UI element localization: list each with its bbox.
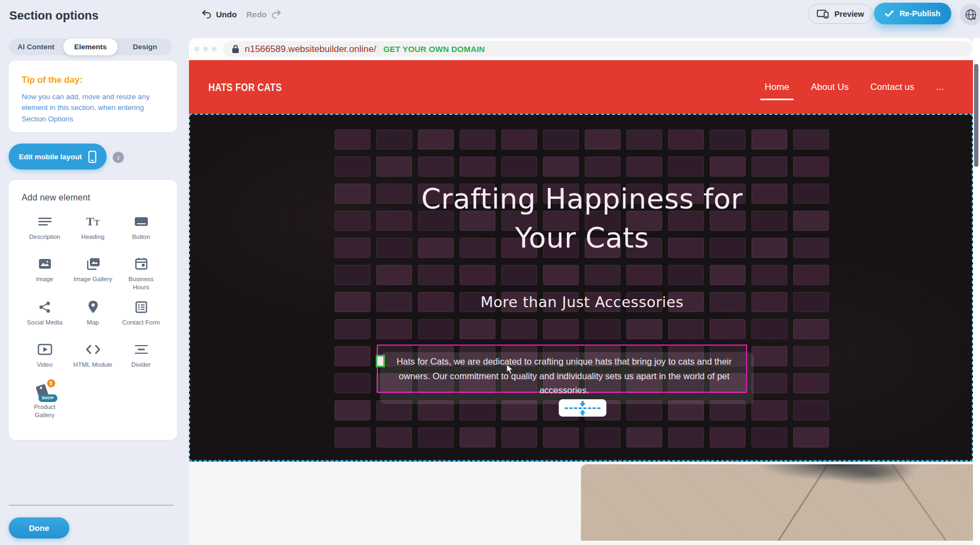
add-element-label: Image Gallery — [74, 275, 113, 283]
undo-icon — [201, 9, 212, 19]
upgrade-badge-icon: ⇧ — [47, 379, 55, 387]
add-element-heading[interactable]: TTHeading — [70, 213, 116, 248]
add-element-label: Divider — [132, 361, 151, 369]
add-element-label: Heading — [81, 233, 104, 241]
add-element-description[interactable]: Description — [22, 213, 68, 248]
get-domain-link[interactable]: GET YOUR OWN DOMAIN — [383, 44, 485, 54]
add-element-label: Video — [37, 361, 53, 369]
tab-ai-content[interactable]: AI Content — [9, 38, 63, 55]
site-nav: HomeAbout UsContact us... — [763, 60, 945, 114]
site-canvas: HATS FOR CATS HomeAbout UsContact us... … — [189, 60, 973, 545]
add-element-label: HTML Module — [74, 361, 113, 369]
add-new-element-card: Add new element DescriptionTTHeadingButt… — [9, 180, 177, 440]
nav-item-contactus[interactable]: Contact us — [870, 79, 916, 96]
divider-icon — [134, 341, 148, 358]
selection-drag-handle[interactable] — [376, 355, 385, 367]
map-icon — [88, 299, 99, 315]
resize-dashed-line — [565, 407, 600, 409]
preview-button[interactable]: Preview — [808, 4, 873, 24]
undo-button[interactable]: Undo — [201, 8, 237, 21]
page-title: Section options — [9, 9, 99, 23]
arrow-down-icon — [579, 401, 586, 407]
heading-icon: TT — [86, 213, 101, 230]
arrow-up-icon — [579, 410, 586, 416]
section-resize-handle[interactable] — [559, 399, 606, 417]
website-builder-app: Undo Redo Preview Re-Publish — [0, 0, 980, 545]
text-element-selection[interactable]: Hats for Cats, we are dedicated to craft… — [377, 345, 747, 393]
image-icon — [38, 256, 52, 272]
redo-button[interactable]: Redo — [246, 8, 282, 21]
image-gallery-icon — [86, 256, 101, 272]
scrollbar-thumb[interactable] — [974, 64, 978, 167]
mobile-phone-icon — [88, 151, 96, 163]
check-icon — [885, 10, 894, 17]
browser-chrome: n1566589.websitebuilder.online/ GET YOUR… — [189, 38, 973, 60]
tip-card: Tip of the day: Now you can add, move an… — [9, 61, 177, 132]
nav-item-aboutus[interactable]: About Us — [810, 79, 850, 96]
tip-body: Now you can add, move and resize any ele… — [22, 92, 161, 125]
add-element-social-media[interactable]: Social Media — [22, 299, 68, 334]
add-element-label: Image — [36, 275, 54, 283]
add-element-button[interactable]: Button — [118, 213, 164, 248]
add-element-product-gallery[interactable]: ⇧SHOPProduct Gallery — [22, 384, 68, 419]
add-element-label: Description — [29, 233, 61, 241]
description-icon — [38, 213, 52, 230]
add-new-element-title: Add new element — [22, 193, 164, 203]
add-element-divider[interactable]: Divider — [118, 341, 164, 376]
globe-button[interactable] — [960, 4, 980, 25]
elements-grid: DescriptionTTHeadingButtonImageImage Gal… — [22, 213, 164, 419]
add-element-html-module[interactable]: HTML Module — [70, 341, 116, 376]
svg-text:T: T — [94, 218, 100, 227]
site-logo[interactable]: HATS FOR CATS — [208, 81, 282, 94]
republish-label: Re-Publish — [899, 9, 940, 18]
html-module-icon — [86, 341, 101, 358]
add-element-label: Map — [87, 319, 99, 327]
svg-text:T: T — [86, 215, 94, 228]
add-element-label: Button — [132, 233, 150, 241]
social-media-icon — [38, 299, 51, 315]
address-bar[interactable]: n1566589.websitebuilder.online/ GET YOUR… — [223, 41, 972, 57]
edit-mobile-layout-label: Edit mobile layout — [19, 153, 82, 161]
devices-icon — [816, 9, 829, 19]
add-element-video[interactable]: Video — [22, 341, 68, 376]
tab-elements[interactable]: Elements — [63, 38, 118, 55]
tab-design[interactable]: Design — [117, 38, 172, 55]
nav-item-[interactable]: ... — [935, 79, 945, 96]
shop-badge: SHOP — [38, 394, 57, 402]
scrollbar[interactable] — [973, 38, 980, 545]
republish-button[interactable]: Re-Publish — [874, 3, 951, 24]
redo-label: Redo — [246, 10, 267, 19]
hero-subheading[interactable]: More than Just Accessories — [403, 294, 761, 310]
panel-divider — [9, 505, 173, 505]
redo-icon — [271, 9, 282, 19]
mouse-cursor — [506, 364, 514, 375]
add-element-business-hours[interactable]: Business Hours — [118, 256, 164, 291]
product-gallery-icon: ⇧SHOP — [34, 384, 56, 400]
nav-item-home[interactable]: Home — [763, 79, 790, 96]
tip-title: Tip of the day: — [22, 75, 164, 85]
info-icon[interactable]: i — [113, 152, 124, 163]
undo-label: Undo — [216, 10, 237, 19]
edit-mobile-layout-button[interactable]: Edit mobile layout — [9, 144, 107, 170]
add-element-label: Contact Form — [122, 319, 160, 327]
site-preview-window: n1566589.websitebuilder.online/ GET YOUR… — [189, 38, 973, 545]
add-element-label: Product Gallery — [24, 403, 66, 419]
business-hours-icon — [135, 256, 148, 272]
window-dots — [194, 47, 217, 51]
done-button[interactable]: Done — [9, 517, 69, 538]
hero-paragraph[interactable]: Hats for Cats, we are dedicated to craft… — [388, 354, 741, 398]
globe-icon — [964, 8, 977, 21]
next-section[interactable] — [189, 462, 973, 545]
preview-label: Preview — [834, 10, 864, 18]
video-icon — [37, 341, 53, 358]
site-header[interactable]: HATS FOR CATS HomeAbout UsContact us... — [189, 60, 973, 114]
panel-tabs: AI ContentElementsDesign — [9, 38, 172, 55]
pavement-photo — [581, 464, 973, 541]
add-element-image-gallery[interactable]: Image Gallery — [70, 256, 116, 291]
add-element-map[interactable]: Map — [70, 299, 116, 334]
add-element-image[interactable]: Image — [22, 256, 68, 291]
site-url: n1566589.websitebuilder.online/ — [245, 44, 376, 55]
lock-icon — [232, 44, 239, 54]
add-element-contact-form[interactable]: Contact Form — [118, 299, 164, 334]
hero-heading[interactable]: Crafting Happiness for Your Cats — [403, 180, 761, 258]
